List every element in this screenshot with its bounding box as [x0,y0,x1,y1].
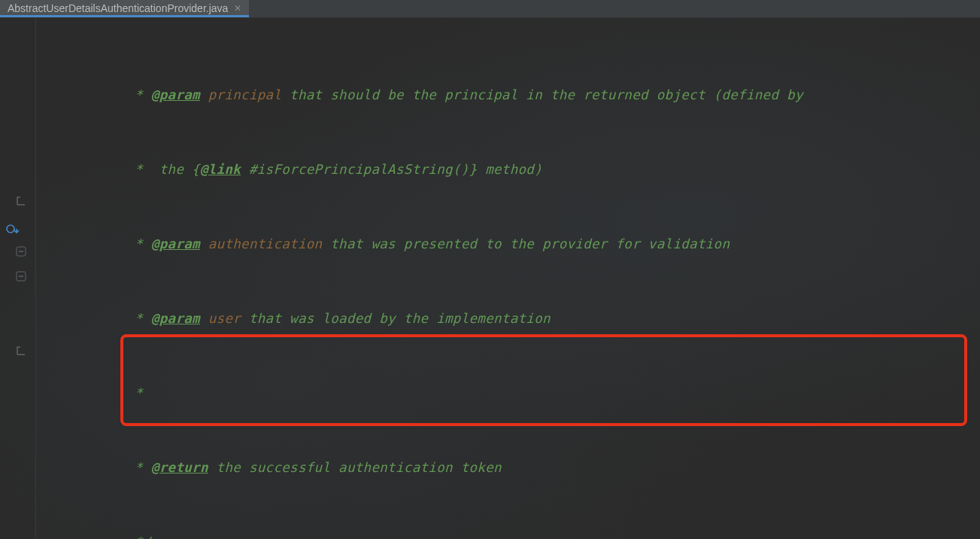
javadoc-star: * [126,460,151,475]
javadoc-text: the successful authentication token [208,460,502,475]
javadoc-text: the { [151,162,200,177]
gutter[interactable] [0,18,36,539]
javadoc-text: } method) [469,162,542,177]
indent [45,162,126,177]
code-line: * @param user that was loaded by the imp… [36,306,852,331]
javadoc-close: */ [126,534,151,539]
code-line: */ [36,530,852,539]
override-icon[interactable] [6,224,21,234]
javadoc-tag: @param [151,311,200,326]
javadoc-text: that should be the principal in the retu… [281,87,803,102]
fold-minus-icon[interactable] [14,271,29,282]
indent [45,385,126,400]
javadoc-star: * [126,311,151,326]
indent [45,236,126,251]
tab-bar: AbstractUserDetailsAuthenticationProvide… [0,0,980,18]
code-line: * @param authentication that was present… [36,232,852,257]
javadoc-param: principal [208,87,282,102]
code-line: * @return the successful authentication … [36,455,852,480]
javadoc-tag: @param [151,236,200,251]
javadoc-star: * [126,87,151,102]
tab-filename: AbstractUserDetailsAuthenticationProvide… [8,2,228,14]
javadoc-text: that was presented to the provider for v… [322,236,730,251]
fold-end-icon[interactable] [14,196,29,206]
javadoc-param: user [208,311,241,326]
close-icon[interactable]: ✕ [234,3,241,14]
code-line: * @param principal that should be the pr… [36,83,852,108]
javadoc-star: * [126,385,143,400]
indent [45,460,126,475]
code-content[interactable]: * @param principal that should be the pr… [36,18,852,539]
indent [45,87,126,102]
file-tab[interactable]: AbstractUserDetailsAuthenticationProvide… [0,0,249,17]
svg-point-0 [7,225,14,233]
javadoc-tag: @link [200,162,241,177]
fold-minus-icon[interactable] [14,246,29,257]
code-line: * [36,381,852,406]
editor-area: * @param principal that should be the pr… [0,18,980,539]
javadoc-text: that was loaded by the implementation [241,311,551,326]
javadoc-param: authentication [208,236,323,251]
javadoc-link: #isForcePrincipalAsString() [241,162,469,177]
indent [45,534,126,539]
indent [45,311,126,326]
javadoc-star: * [126,236,151,251]
javadoc-star: * [126,162,151,177]
fold-end-icon[interactable] [14,346,29,356]
javadoc-tag: @return [151,460,208,475]
code-line: * the {@link #isForcePrincipalAsString()… [36,157,852,182]
javadoc-tag: @param [151,87,200,102]
